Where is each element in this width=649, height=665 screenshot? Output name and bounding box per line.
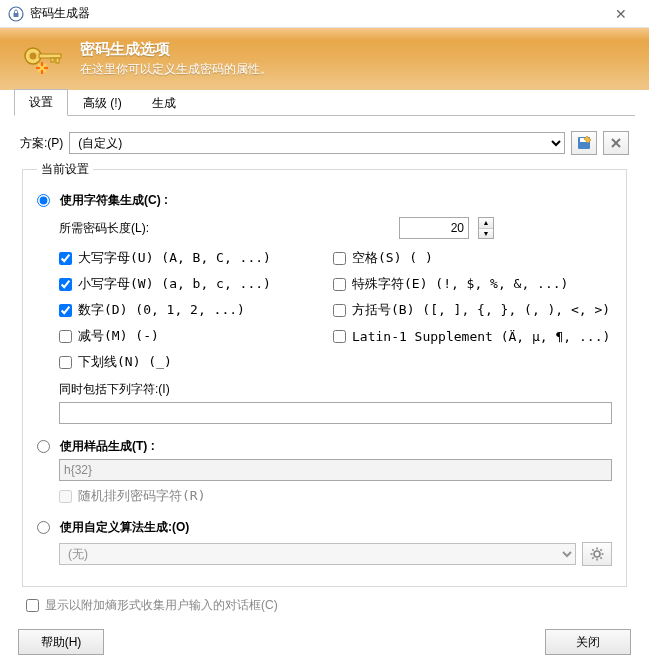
mode-custom-label: 使用自定义算法生成:(O) <box>60 519 189 536</box>
mode-pattern-input[interactable] <box>37 440 50 453</box>
chk-special[interactable]: 特殊字符(E) (!, $, %, &, ...) <box>333 275 612 293</box>
app-icon <box>8 6 24 22</box>
svg-rect-1 <box>14 13 19 17</box>
spinner-down-icon[interactable]: ▼ <box>479 229 493 239</box>
current-settings-group: 当前设置 使用字符集生成(C) : 所需密码长度(L): ▲ ▼ 大写字母(U)… <box>22 161 627 587</box>
window-title: 密码生成器 <box>30 5 601 22</box>
svg-line-23 <box>592 557 593 558</box>
svg-line-21 <box>600 557 601 558</box>
svg-rect-4 <box>39 54 61 58</box>
chk-uppercase[interactable]: 大写字母(U) (A, B, C, ...) <box>59 249 329 267</box>
tab-settings[interactable]: 设置 <box>14 89 68 116</box>
pattern-input <box>59 459 612 481</box>
help-button[interactable]: 帮助(H) <box>18 629 104 655</box>
svg-point-15 <box>594 551 600 557</box>
tab-generate[interactable]: 生成 <box>137 90 191 116</box>
scheme-select[interactable]: (自定义) <box>69 132 565 154</box>
chk-space[interactable]: 空格(S) ( ) <box>333 249 612 267</box>
save-scheme-button[interactable] <box>571 131 597 155</box>
chk-lowercase[interactable]: 小写字母(W) (a, b, c, ...) <box>59 275 329 293</box>
close-icon[interactable]: ✕ <box>601 6 641 22</box>
close-button[interactable]: 关闭 <box>545 629 631 655</box>
mode-charset-input[interactable] <box>37 194 50 207</box>
length-label: 所需密码长度(L): <box>59 220 149 237</box>
chk-brackets[interactable]: 方括号(B) ([, ], {, }, (, ), <, >) <box>333 301 612 319</box>
svg-point-3 <box>30 53 37 60</box>
banner-title: 密码生成选项 <box>80 40 272 59</box>
scheme-label: 方案:(P) <box>20 135 63 152</box>
chk-latin1[interactable]: Latin-1 Supplement (Ä, µ, ¶, ...) <box>333 327 612 345</box>
gear-icon <box>589 546 605 562</box>
tab-advanced[interactable]: 高级 (!) <box>68 90 137 116</box>
chk-shuffle: 随机排列密码字符(R) <box>59 487 612 505</box>
length-input[interactable] <box>399 217 469 239</box>
mode-custom-radio[interactable]: 使用自定义算法生成:(O) <box>37 519 612 536</box>
delete-scheme-button[interactable] <box>603 131 629 155</box>
mode-charset-label: 使用字符集生成(C) : <box>60 192 168 209</box>
tab-content: 方案:(P) (自定义) 当前设置 使用字符集生成(C) : <box>0 117 649 622</box>
current-settings-legend: 当前设置 <box>37 161 93 178</box>
spinner-up-icon[interactable]: ▲ <box>479 218 493 229</box>
banner-subtitle: 在这里你可以定义生成密码的属性。 <box>80 61 272 78</box>
tab-strip: 设置 高级 (!) 生成 <box>0 90 649 116</box>
title-bar: 密码生成器 ✕ <box>0 0 649 28</box>
mode-custom-input[interactable] <box>37 521 50 534</box>
svg-line-22 <box>600 549 601 550</box>
banner: 密码生成选项 在这里你可以定义生成密码的属性。 <box>0 28 649 90</box>
length-spinner[interactable]: ▲ ▼ <box>478 217 494 239</box>
footer: 帮助(H) 关闭 <box>0 629 649 655</box>
svg-rect-5 <box>56 58 59 63</box>
banner-text: 密码生成选项 在这里你可以定义生成密码的属性。 <box>80 40 272 78</box>
custom-algo-select: (无) <box>59 543 576 565</box>
mode-pattern-radio[interactable]: 使用样品生成(T) : <box>37 438 612 455</box>
chk-digits[interactable]: 数字(D) (0, 1, 2, ...) <box>59 301 329 319</box>
svg-line-20 <box>592 549 593 550</box>
mode-charset-radio[interactable]: 使用字符集生成(C) : <box>37 192 612 209</box>
key-icon <box>18 34 68 84</box>
chk-underscore[interactable]: 下划线(N) (_) <box>59 353 329 371</box>
mode-pattern-label: 使用样品生成(T) : <box>60 438 155 455</box>
svg-rect-6 <box>51 58 54 62</box>
chk-minus[interactable]: 减号(M) (-) <box>59 327 329 345</box>
include-label: 同时包括下列字符:(I) <box>59 381 612 398</box>
chk-entropy-dialog[interactable]: 显示以附加熵形式收集用户输入的对话框(C) <box>26 597 629 614</box>
custom-algo-settings-button[interactable] <box>582 542 612 566</box>
include-input[interactable] <box>59 402 612 424</box>
